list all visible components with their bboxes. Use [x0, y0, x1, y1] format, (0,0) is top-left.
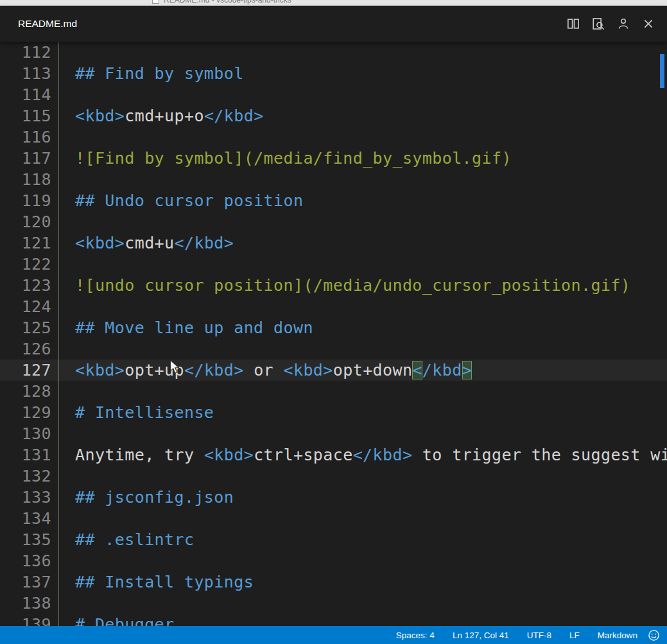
line-content[interactable]: # Debugger [51, 614, 667, 626]
editor-line[interactable]: 115<kbd>cmd+up+o</kbd> [0, 105, 667, 126]
line-content[interactable] [51, 508, 667, 529]
status-cursor-position[interactable]: Ln 127, Col 41 [453, 631, 509, 640]
line-number[interactable]: 122 [0, 254, 51, 275]
code-token: <kbd> [75, 107, 125, 125]
line-number[interactable]: 131 [0, 444, 51, 466]
line-number[interactable]: 119 [0, 190, 51, 211]
line-content[interactable] [51, 126, 667, 148]
line-number[interactable]: 129 [0, 402, 51, 423]
editor-line[interactable]: 113## Find by symbol [0, 63, 667, 84]
line-content[interactable]: # Intellisense [51, 402, 667, 423]
line-number[interactable]: 124 [0, 296, 51, 317]
feedback-smiley-icon[interactable] [646, 628, 661, 642]
line-number[interactable]: 134 [0, 508, 51, 529]
open-preview-icon[interactable] [591, 17, 605, 31]
line-number[interactable]: 136 [0, 550, 51, 571]
line-content[interactable] [51, 211, 667, 232]
line-number[interactable]: 118 [0, 169, 51, 190]
editor-line[interactable]: 121<kbd>cmd+u</kbd> [0, 232, 667, 254]
line-number[interactable]: 123 [0, 275, 51, 296]
line-number[interactable]: 117 [0, 148, 51, 169]
status-encoding[interactable]: UTF-8 [527, 631, 551, 640]
editor-line[interactable]: 128 [0, 381, 667, 402]
line-content[interactable] [51, 42, 667, 63]
line-content[interactable]: ![undo cursor position](/media/undo_curs… [51, 275, 667, 296]
status-language[interactable]: Markdown [598, 631, 637, 640]
editor-line[interactable]: 125## Move line up and down [0, 317, 667, 338]
editor-line[interactable]: 139# Debugger [0, 614, 667, 626]
editor-line[interactable]: 124 [0, 296, 667, 317]
line-content[interactable]: ![Find by symbol](/media/find_by_symbol.… [51, 148, 667, 169]
editor-line[interactable]: 122 [0, 254, 667, 275]
line-content[interactable] [51, 381, 667, 402]
line-number[interactable]: 130 [0, 423, 51, 444]
code-token: ## Find by symbol [75, 64, 244, 83]
editor-line[interactable]: 127<kbd>opt+up</kbd> or <kbd>opt+down</k… [0, 360, 667, 381]
open-preview-side-icon[interactable] [616, 17, 630, 31]
status-indentation[interactable]: Spaces: 4 [396, 631, 435, 640]
editor-line[interactable]: 133## jsconfig.json [0, 487, 667, 508]
editor-line[interactable]: 126 [0, 338, 667, 360]
line-number[interactable]: 114 [0, 84, 51, 105]
line-number[interactable]: 127 [0, 360, 51, 381]
editor-line[interactable]: 137## Install typings [0, 571, 667, 593]
editor-line[interactable]: 132 [0, 466, 667, 487]
line-content[interactable]: ## Undo cursor position [51, 190, 667, 211]
line-content[interactable] [51, 550, 667, 571]
line-number[interactable]: 132 [0, 466, 51, 487]
line-number[interactable]: 125 [0, 317, 51, 338]
editor-line[interactable]: 130 [0, 423, 667, 444]
editor-line[interactable]: 134 [0, 508, 667, 529]
split-editor-icon[interactable] [566, 17, 580, 31]
line-number[interactable]: 128 [0, 381, 51, 402]
line-content[interactable] [51, 466, 667, 487]
editor-line[interactable]: 118 [0, 169, 667, 190]
line-content[interactable]: <kbd>cmd+u</kbd> [51, 232, 667, 254]
line-content[interactable]: <kbd>cmd+up+o</kbd> [51, 105, 667, 126]
line-content[interactable]: Anytime, try <kbd>ctrl+space</kbd> to tr… [51, 444, 667, 466]
code-token: opt+down [333, 361, 413, 379]
line-number[interactable]: 135 [0, 529, 51, 550]
editor-line[interactable]: 136 [0, 550, 667, 571]
line-content[interactable]: ## .eslintrc [51, 529, 667, 550]
editor-line[interactable]: 116 [0, 126, 667, 148]
line-number[interactable]: 113 [0, 63, 51, 84]
line-content[interactable] [51, 338, 667, 360]
line-content[interactable] [51, 254, 667, 275]
line-number[interactable]: 115 [0, 105, 51, 126]
line-number[interactable]: 133 [0, 487, 51, 508]
line-number[interactable]: 120 [0, 211, 51, 232]
editor-pane[interactable]: 112113## Find by symbol114115<kbd>cmd+up… [0, 42, 667, 626]
line-number[interactable]: 126 [0, 338, 51, 360]
editor-line[interactable]: 129# Intellisense [0, 402, 667, 423]
close-icon[interactable] [641, 17, 655, 31]
line-content[interactable] [51, 593, 667, 614]
editor-line[interactable]: 123![undo cursor position](/media/undo_c… [0, 275, 667, 296]
line-content[interactable]: ## jsconfig.json [51, 487, 667, 508]
line-content[interactable] [51, 169, 667, 190]
editor-line[interactable]: 112 [0, 42, 667, 63]
line-number[interactable]: 137 [0, 571, 51, 593]
editor-line[interactable]: 117![Find by symbol](/media/find_by_symb… [0, 148, 667, 169]
line-number[interactable]: 138 [0, 593, 51, 614]
status-eol[interactable]: LF [569, 631, 580, 640]
editor-line[interactable]: 138 [0, 593, 667, 614]
editor-line[interactable]: 114 [0, 84, 667, 105]
line-number[interactable]: 116 [0, 126, 51, 148]
line-content[interactable] [51, 84, 667, 105]
line-number[interactable]: 139 [0, 614, 51, 626]
editor-line[interactable]: 120 [0, 211, 667, 232]
line-number[interactable]: 121 [0, 232, 51, 254]
editor-line[interactable]: 135## .eslintrc [0, 529, 667, 550]
line-number[interactable]: 112 [0, 42, 51, 63]
line-content[interactable] [51, 296, 667, 317]
line-content[interactable] [51, 423, 667, 444]
editor-line[interactable]: 119## Undo cursor position [0, 190, 667, 211]
code-token: # Intellisense [75, 403, 214, 422]
line-content[interactable]: ## Move line up and down [51, 317, 667, 338]
line-content[interactable]: ## Find by symbol [51, 63, 667, 84]
line-content[interactable]: ## Install typings [51, 571, 667, 593]
editor-line[interactable]: 131Anytime, try <kbd>ctrl+space</kbd> to… [0, 444, 667, 466]
status-right: Spaces: 4Ln 127, Col 41UTF-8LFMarkdown [396, 631, 637, 640]
line-content[interactable]: <kbd>opt+up</kbd> or <kbd>opt+down</kbd> [51, 360, 667, 381]
